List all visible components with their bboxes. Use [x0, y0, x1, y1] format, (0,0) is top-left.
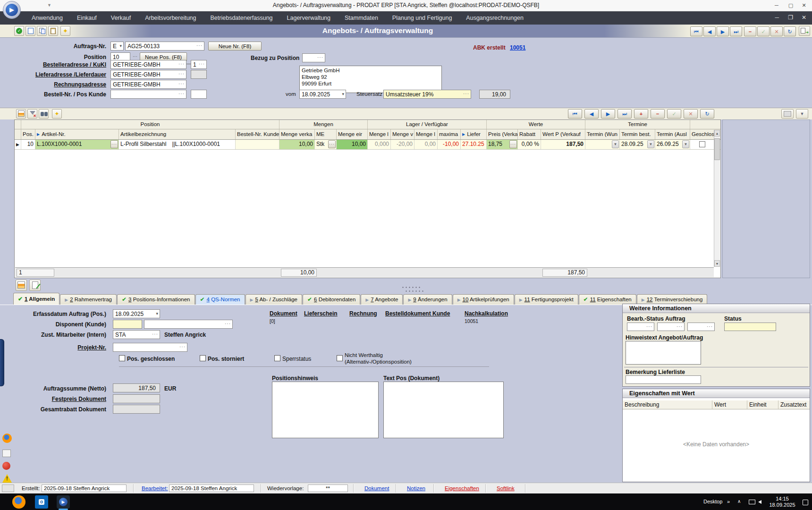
bemerkung-field[interactable]: [626, 375, 701, 384]
lieferdauer-field[interactable]: [191, 70, 207, 79]
window-maximize-button[interactable]: ▢: [784, 0, 798, 11]
rechnungsadresse-field[interactable]: GETRIEBE-GMBH: [110, 80, 186, 89]
tab-debitorendaten[interactable]: 6 Debitorendaten: [303, 294, 360, 305]
confirm-icon[interactable]: ✓: [14, 26, 24, 36]
filter-remove-icon[interactable]: ✕: [27, 109, 37, 119]
col-zusatztext[interactable]: Zusatztext: [778, 400, 809, 409]
nachkalkulation-value[interactable]: 10051: [465, 318, 478, 324]
tab-positions-informationen[interactable]: 3 Positions-Informationen: [117, 294, 195, 305]
pos-storniert-checkbox[interactable]: [200, 355, 206, 361]
softlink-link[interactable]: Softlink: [497, 485, 515, 491]
accept-button[interactable]: ✓: [757, 26, 770, 36]
grid-first-row-button[interactable]: ⏮: [568, 109, 582, 119]
tab-angebote[interactable]: 7 Angebote: [361, 294, 403, 305]
grid-prev-row-button[interactable]: ◀: [584, 109, 599, 119]
eigenschaften-link[interactable]: Eigenschaften: [445, 485, 479, 491]
bestellnr-field[interactable]: [110, 90, 186, 99]
col-einheit[interactable]: Einheit: [747, 400, 778, 409]
cell-menge-bestellt[interactable]: 0,00: [414, 140, 438, 149]
export-icon[interactable]: ➜: [799, 26, 810, 36]
delete-button[interactable]: −: [744, 26, 756, 36]
wizard-icon[interactable]: ✦: [52, 109, 62, 119]
dokument-status-link[interactable]: Dokument: [364, 485, 389, 491]
cell-menge-lager[interactable]: 0,000: [368, 140, 391, 149]
cell-pos[interactable]: 10: [21, 140, 35, 149]
cancel-button[interactable]: ✕: [770, 26, 783, 36]
auftrag-nr-field[interactable]: AG25-00133: [125, 42, 204, 51]
sperrstatus-checkbox[interactable]: [274, 355, 280, 361]
bezug-field[interactable]: [302, 53, 325, 62]
menu-ausgangsrechnungen[interactable]: Ausgangsrechnungen: [459, 11, 531, 25]
bearb-status-field-3[interactable]: [687, 323, 715, 331]
grid-cancel-button[interactable]: ✕: [684, 109, 698, 119]
col-menge-ein[interactable]: Menge eir: [337, 129, 368, 139]
col-menge-verkauf[interactable]: Menge verka: [279, 129, 315, 139]
tab-aenderungen[interactable]: 9 Änderungen: [403, 294, 452, 305]
col-artikelbezeichnung[interactable]: Artikelbezeichnung: [119, 129, 236, 139]
neue-nr-button[interactable]: Neue Nr. (F8): [208, 42, 262, 51]
lieferschein-link[interactable]: Lieferschein: [304, 310, 338, 317]
positionshinweis-textarea[interactable]: [272, 382, 379, 438]
cell-liefertermin[interactable]: 27.10.25: [461, 140, 487, 149]
artikel-lookup-button[interactable]: ···: [110, 140, 118, 148]
table-icon[interactable]: [16, 109, 26, 119]
last-record-button[interactable]: ⏭: [730, 26, 742, 36]
bearb-status-field-1[interactable]: [627, 323, 654, 331]
notifications-icon[interactable]: [803, 500, 808, 505]
cell-geschlossen[interactable]: [690, 140, 714, 149]
col-wert[interactable]: Wert: [712, 400, 747, 409]
collapsed-panel-handle[interactable]: [0, 339, 4, 386]
edit-note-icon[interactable]: [29, 280, 41, 291]
grid-last-row-button[interactable]: ⏭: [617, 109, 632, 119]
new-window-icon[interactable]: [25, 26, 35, 36]
status-field[interactable]: [724, 323, 776, 331]
disponent-name-field[interactable]: [144, 320, 233, 329]
tray-expand-icon[interactable]: ∧: [737, 499, 741, 504]
col-rabatt[interactable]: Rabatt: [518, 129, 541, 139]
me-lookup-button[interactable]: ···: [328, 140, 336, 148]
cell-preis[interactable]: 18,75···: [487, 140, 518, 149]
termin-best-dropdown[interactable]: ▼: [647, 140, 654, 148]
pos-kunde-field[interactable]: [191, 90, 207, 99]
preis-lookup-button[interactable]: ···: [509, 140, 517, 148]
copy-icon[interactable]: [37, 26, 47, 36]
notizen-link[interactable]: Notizen: [407, 485, 425, 491]
grid-post-button[interactable]: ✓: [667, 109, 681, 119]
wiedervorlage-control[interactable]: **: [308, 484, 348, 492]
menu-einkauf[interactable]: Einkauf: [70, 11, 104, 25]
col-menge-lager[interactable]: Menge l: [368, 129, 391, 139]
cell-maximal[interactable]: -10,00: [438, 140, 461, 149]
col-preis[interactable]: Preis (Verka: [487, 129, 518, 139]
textpos-textarea[interactable]: [383, 382, 504, 438]
window-minimize-button[interactable]: ─: [770, 0, 784, 11]
cell-termin-wunsch[interactable]: ▼: [585, 140, 620, 149]
volume-icon[interactable]: [758, 500, 761, 504]
bestelldokument-link[interactable]: Bestelldokument Kunde: [385, 310, 450, 317]
kukl-field[interactable]: 1: [191, 60, 207, 69]
col-liefertermin[interactable]: Liefer: [461, 129, 487, 139]
tab-eigenschaften[interactable]: 11 Eigenschaften: [579, 294, 636, 305]
tab-artikelpruefungen[interactable]: 10 Artikelprüfungen: [453, 294, 514, 305]
col-termin-bestaetigt[interactable]: Termin best.: [620, 129, 655, 139]
search-binoculars-icon[interactable]: [39, 109, 49, 119]
grid-next-row-button[interactable]: ▶: [601, 109, 615, 119]
window-shortcut-icon[interactable]: [2, 449, 13, 459]
mdi-close-icon[interactable]: ✕: [802, 14, 806, 21]
menu-betriebsdatenerfassung[interactable]: Betriebsdatenerfassung: [203, 11, 280, 25]
pos-geschlossen-checkbox[interactable]: [119, 355, 125, 361]
collapse-panel-icon[interactable]: ▼: [796, 109, 808, 119]
splitter-handle[interactable]: [401, 287, 421, 288]
menu-verkauf[interactable]: Verkauf: [104, 11, 138, 25]
erfassdatum-field[interactable]: 18.09.2025: [113, 309, 160, 318]
col-artikel-nr[interactable]: Artikel-Nr.: [35, 129, 119, 139]
image-preview-icon[interactable]: [781, 109, 794, 119]
termin-wunsch-dropdown[interactable]: ▼: [612, 140, 619, 148]
desktop-toolbar-label[interactable]: Desktop: [703, 499, 722, 504]
scroll-thumb[interactable]: [714, 138, 720, 160]
record-stop-icon[interactable]: [2, 461, 13, 471]
prev-record-button[interactable]: ◀: [703, 26, 716, 36]
col-maximal[interactable]: maxima: [438, 129, 461, 139]
refresh-button[interactable]: ↻: [784, 26, 796, 36]
col-bestellnr-kunde[interactable]: Bestell-Nr. Kunde: [236, 129, 279, 139]
grid-vertical-scrollbar[interactable]: ▲ ▼: [714, 130, 720, 267]
